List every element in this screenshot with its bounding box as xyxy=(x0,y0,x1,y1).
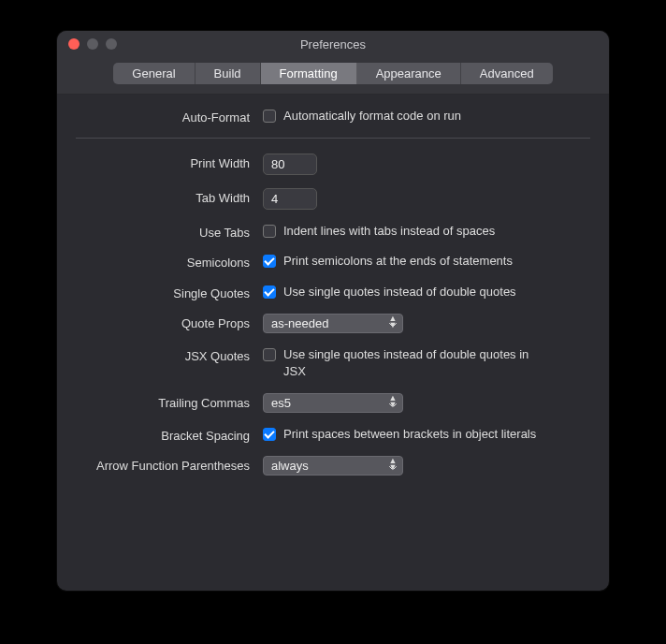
checkbox-jsx-quotes[interactable] xyxy=(263,348,276,361)
row-tab-width: Tab Width xyxy=(76,188,590,210)
label-use-tabs: Use Tabs xyxy=(76,223,263,240)
row-auto-format: Auto-Format Automatically format code on… xyxy=(76,108,590,124)
minimize-icon[interactable] xyxy=(87,38,98,50)
row-quote-props: Quote Props as-neededconsistentpreserve … xyxy=(76,314,590,333)
row-single-quotes: Single Quotes Use single quotes instead … xyxy=(76,284,590,300)
window-title: Preferences xyxy=(57,37,609,51)
form-content: Auto-Format Automatically format code on… xyxy=(57,95,609,507)
maximize-icon[interactable] xyxy=(106,38,117,50)
checkbox-bracket-spacing[interactable] xyxy=(263,428,276,441)
label-trailing-commas: Trailing Commas xyxy=(76,393,263,410)
label-jsx-quotes: JSX Quotes xyxy=(76,346,263,363)
checkbox-semicolons[interactable] xyxy=(263,255,276,268)
label-single-quotes: Single Quotes xyxy=(76,284,263,300)
checkbox-label-bracket-spacing[interactable]: Print spaces between brackets in object … xyxy=(283,426,536,443)
window-controls xyxy=(57,38,117,50)
tabs: General Build Formatting Appearance Adva… xyxy=(113,63,552,84)
preferences-window: Preferences General Build Formatting App… xyxy=(57,31,609,591)
select-wrap-quote-props: as-neededconsistentpreserve ▲▼ xyxy=(263,314,403,333)
row-use-tabs: Use Tabs Indent lines with tabs instead … xyxy=(76,223,590,240)
label-bracket-spacing: Bracket Spacing xyxy=(76,426,263,443)
checkbox-single-quotes[interactable] xyxy=(263,285,276,299)
select-wrap-arrow-parens: alwaysavoid ▲▼ xyxy=(263,456,403,476)
row-print-width: Print Width xyxy=(76,154,590,175)
row-jsx-quotes: JSX Quotes Use single quotes instead of … xyxy=(76,346,590,380)
tab-advanced[interactable]: Advanced xyxy=(461,63,553,84)
row-semicolons: Semicolons Print semicolons at the ends … xyxy=(76,253,590,270)
row-bracket-spacing: Bracket Spacing Print spaces between bra… xyxy=(76,426,590,443)
label-auto-format: Auto-Format xyxy=(76,108,263,124)
checkbox-use-tabs[interactable] xyxy=(263,225,276,238)
tab-build[interactable]: Build xyxy=(195,63,261,84)
checkbox-auto-format[interactable] xyxy=(263,110,276,123)
checkbox-label-jsx-quotes[interactable]: Use single quotes instead of double quot… xyxy=(283,346,543,380)
tabs-bar: General Build Formatting Appearance Adva… xyxy=(57,57,609,95)
tab-appearance[interactable]: Appearance xyxy=(357,63,461,84)
checkbox-label-use-tabs[interactable]: Indent lines with tabs instead of spaces xyxy=(283,223,495,240)
checkbox-label-single-quotes[interactable]: Use single quotes instead of double quot… xyxy=(283,284,516,300)
label-semicolons: Semicolons xyxy=(76,253,263,270)
input-tab-width[interactable] xyxy=(263,188,317,210)
select-wrap-trailing-commas: nonees5all ▲▼ xyxy=(263,393,403,413)
checkbox-label-auto-format[interactable]: Automatically format code on run xyxy=(283,108,461,124)
label-print-width: Print Width xyxy=(76,154,263,170)
close-icon[interactable] xyxy=(68,38,80,50)
label-quote-props: Quote Props xyxy=(76,314,263,330)
select-quote-props[interactable]: as-neededconsistentpreserve xyxy=(263,314,403,333)
titlebar: Preferences xyxy=(57,31,609,57)
row-trailing-commas: Trailing Commas nonees5all ▲▼ xyxy=(76,393,590,413)
label-arrow-parens: Arrow Function Parentheses xyxy=(76,456,263,473)
select-arrow-parens[interactable]: alwaysavoid xyxy=(263,456,403,476)
label-tab-width: Tab Width xyxy=(76,188,263,205)
checkbox-label-semicolons[interactable]: Print semicolons at the ends of statemen… xyxy=(283,253,513,270)
row-arrow-parens: Arrow Function Parentheses alwaysavoid ▲… xyxy=(76,456,590,476)
tab-formatting[interactable]: Formatting xyxy=(261,63,357,84)
divider xyxy=(76,138,590,139)
tab-general[interactable]: General xyxy=(113,63,195,84)
select-trailing-commas[interactable]: nonees5all xyxy=(263,393,403,413)
input-print-width[interactable] xyxy=(263,154,317,175)
